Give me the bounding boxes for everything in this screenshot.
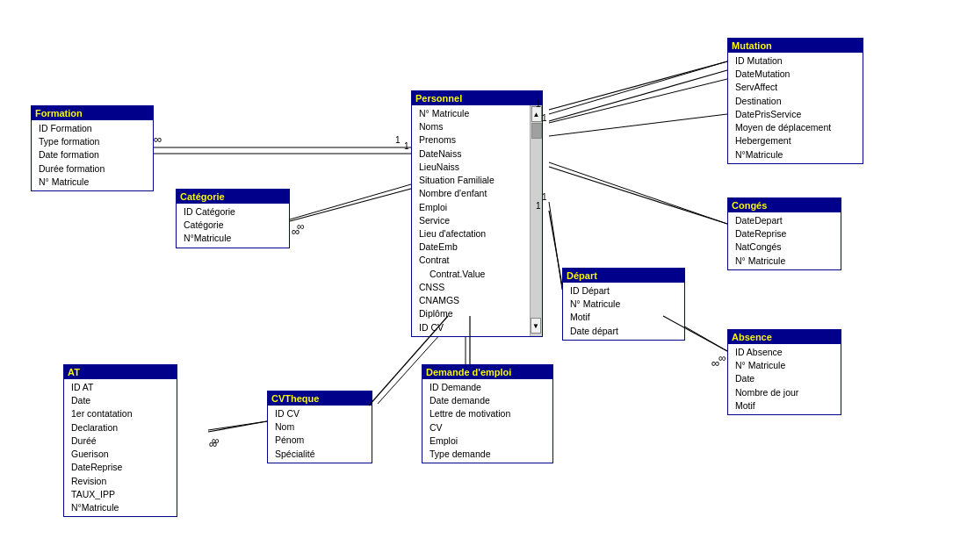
field: Emploi <box>417 201 528 214</box>
field: N° Matricule <box>733 255 835 268</box>
svg-text:∞: ∞ <box>718 352 726 364</box>
field: N°Matricule <box>733 148 857 162</box>
field: Prenoms <box>417 133 528 147</box>
field: Date demande <box>428 394 547 407</box>
field: Revision <box>69 475 171 488</box>
entity-absence: Absence ID Absence N° Matricule Date Nom… <box>727 329 841 415</box>
entity-conges: Congés DateDepart DateReprise NatCongés … <box>727 197 841 270</box>
field: DateMutation <box>733 68 857 81</box>
field: Guerison <box>69 448 171 461</box>
entity-conges-body: DateDepart DateReprise NatCongés N° Matr… <box>728 212 841 269</box>
entity-cvtheque: CVTheque ID CV Nom Pénom Spécialité <box>267 391 372 463</box>
svg-text:1: 1 <box>395 135 401 145</box>
field: Date départ <box>568 325 679 338</box>
svg-line-4 <box>549 79 727 123</box>
field: CV <box>428 421 547 434</box>
field: TAUX_IPP <box>69 488 171 501</box>
svg-line-12 <box>208 421 267 430</box>
entity-conges-header: Congés <box>728 198 841 212</box>
field: Motif <box>568 311 679 324</box>
svg-text:1: 1 <box>404 141 409 151</box>
field: ID Absence <box>733 346 835 359</box>
field: 1er contatation <box>69 407 171 420</box>
field: Service <box>417 214 528 227</box>
entity-absence-header: Absence <box>728 330 841 344</box>
field: Lettre de motivation <box>428 407 547 420</box>
entity-depart: Départ ID Départ N° Matricule Motif Date… <box>562 268 685 341</box>
svg-line-15 <box>549 61 727 114</box>
field: ID CV <box>273 407 366 420</box>
field: ServAffect <box>733 81 857 94</box>
svg-text:∞: ∞ <box>209 437 217 450</box>
field: Pénom <box>273 434 366 447</box>
field: DatePrisService <box>733 108 857 121</box>
field: ID CV <box>417 321 528 334</box>
svg-line-16 <box>549 114 727 136</box>
svg-text:∞: ∞ <box>297 220 305 233</box>
field: Diplôme <box>417 307 528 320</box>
field: ID Catégorie <box>182 205 284 219</box>
field: DateEmb <box>417 241 528 254</box>
svg-text:∞: ∞ <box>711 356 719 370</box>
entity-mutation-body: ID Mutation DateMutation ServAffect Dest… <box>728 53 863 163</box>
entity-formation-header: Formation <box>32 106 153 120</box>
entity-at-header: AT <box>64 365 177 379</box>
field: Emploi <box>428 434 547 448</box>
svg-line-2 <box>290 184 411 219</box>
entity-formation-body: ID Formation Type formation Date formati… <box>32 120 153 190</box>
field: N° Matricule <box>733 359 835 372</box>
field: DateReprise <box>733 227 835 241</box>
field: NatCongés <box>733 241 835 254</box>
field: Situation Familiale <box>417 174 528 187</box>
field: CNSS <box>417 281 528 294</box>
entity-demande-header: Demande d'emploi <box>422 365 552 379</box>
field: CNAMGS <box>417 294 528 307</box>
field: Date <box>69 394 171 407</box>
field: Durée formation <box>37 162 148 176</box>
svg-text:∞: ∞ <box>154 133 162 146</box>
entity-categorie-header: Catégorie <box>177 190 289 204</box>
svg-line-26 <box>549 211 562 285</box>
field: ID AT <box>69 381 171 394</box>
diagram-container: 1 ∞ 1 1 ∞ ∞ Formation ID Formatio <box>0 0 953 560</box>
entity-at-body: ID AT Date 1er contatation Declaration D… <box>64 379 177 516</box>
field: Type formation <box>37 135 148 148</box>
field: DateReprise <box>69 461 171 474</box>
entity-depart-body: ID Départ N° Matricule Motif Date départ <box>563 283 684 340</box>
scrollbar[interactable]: ▲ ▼ <box>530 105 542 336</box>
field: Nombre de jour <box>733 386 835 399</box>
entity-categorie-body: ID Catégorie Catégorie N°Matricule <box>177 204 289 248</box>
svg-line-7 <box>549 202 562 290</box>
field: Lieu d'afectation <box>417 227 528 241</box>
field: Motif <box>733 399 835 413</box>
field: ID Demande <box>428 381 547 394</box>
entity-cvtheque-header: CVTheque <box>268 391 372 406</box>
field: Contrat <box>417 254 528 267</box>
svg-text:∞: ∞ <box>292 225 300 238</box>
entity-formation: Formation ID Formation Type formation Da… <box>31 105 154 191</box>
field: Nombre d'enfant <box>417 187 528 200</box>
entity-cvtheque-body: ID CV Nom Pénom Spécialité <box>268 406 372 463</box>
svg-text:∞: ∞ <box>212 434 220 447</box>
field: Noms <box>417 120 528 133</box>
entity-personnel-header: Personnel <box>412 91 542 105</box>
entity-mutation-header: Mutation <box>728 39 863 53</box>
field: Date formation <box>37 148 148 162</box>
field: Type demande <box>428 448 547 461</box>
entity-personnel-body: N° Matricule Noms Prenoms DateNaiss Lieu… <box>412 105 542 336</box>
field: N° Matricule <box>37 176 148 189</box>
field: Hebergement <box>733 134 857 147</box>
entity-demande-body: ID Demande Date demande Lettre de motiva… <box>422 379 552 463</box>
svg-line-20 <box>290 189 411 221</box>
field: ID Mutation <box>733 54 857 68</box>
svg-line-23 <box>549 70 727 121</box>
svg-line-6 <box>549 162 727 224</box>
field: N°Matricule <box>69 501 171 514</box>
entity-at: AT ID AT Date 1er contatation Declaratio… <box>63 364 177 517</box>
svg-line-22 <box>549 61 727 110</box>
field: DateDepart <box>733 214 835 227</box>
entity-depart-header: Départ <box>563 269 684 283</box>
field: N° Matricule <box>417 107 528 120</box>
field: Contrat.Value <box>417 268 528 281</box>
entity-demande: Demande d'emploi ID Demande Date demande… <box>422 364 553 463</box>
